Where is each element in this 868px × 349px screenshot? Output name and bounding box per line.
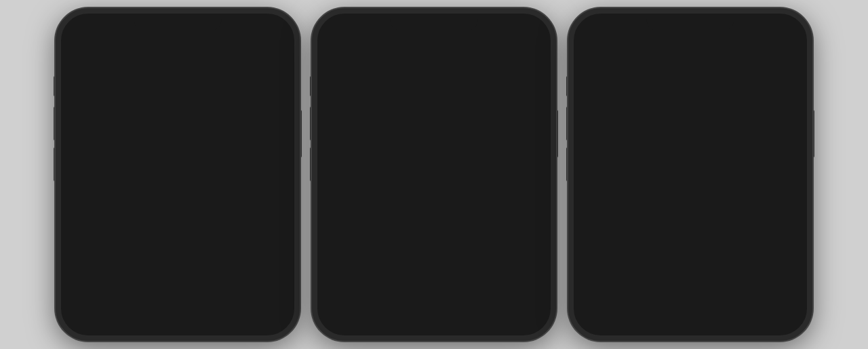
home-icon-2[interactable]: ⌂: [532, 41, 540, 55]
option-label-2: On the ground: [610, 185, 675, 196]
battery-icon: ▮: [275, 24, 279, 32]
home-icon-3[interactable]: ⌂: [789, 41, 796, 55]
bird-item-1: [136, 202, 153, 219]
phone-1-screen: 11:57 •••• ▲ ▮ ‹ Back 3 of 5 ⌂ NORTHAMPT…: [61, 14, 294, 335]
svg-marker-2: [127, 212, 129, 213]
phones-container: 11:57 •••• ▲ ▮ ‹ Back 3 of 5 ⌂ NORTHAMPT…: [0, 0, 868, 349]
progress-2: 4 of 5: [431, 42, 456, 54]
color-label-yellow: Yellow: [496, 206, 517, 215]
option-radio-5[interactable]: [587, 287, 602, 301]
mute-button-3: [566, 76, 568, 96]
option-item-0[interactable]: Eating at a feeder: [585, 104, 796, 139]
question-title-2: What were the main colors?: [328, 84, 540, 100]
color-label-buff: Buff/Brown: [343, 206, 380, 215]
svg-marker-7: [140, 215, 144, 218]
status-icons-3: •••• ▲ ▮: [766, 24, 792, 32]
home-icon-1[interactable]: ⌂: [276, 41, 283, 55]
volume-down-button-2: [310, 147, 312, 181]
color-item-7[interactable]: Blue: [401, 221, 467, 263]
radio-row-1: [72, 226, 283, 251]
option-radio-1[interactable]: [587, 148, 602, 163]
color-label-black: Black: [352, 158, 370, 166]
question-title-1: What size was the bird?: [72, 84, 283, 100]
phone-2-screen: 11:54 •••• ▲ ▮ ‹ Back 4 of 5 ⌂ NORTHAMPT…: [317, 14, 551, 335]
chevron-left-icon-1: ‹: [72, 42, 75, 54]
phone-1: 11:57 •••• ▲ ▮ ‹ Back 3 of 5 ⌂ NORTHAMPT…: [56, 8, 300, 341]
volume-down-button-3: [566, 147, 568, 181]
question-subtitle-2: Select from 1 to 3: [328, 104, 540, 114]
volume-up-button-2: [310, 107, 312, 141]
back-button-3[interactable]: ‹ Back: [585, 42, 610, 54]
color-item-6[interactable]: Olive/Green: [328, 221, 394, 263]
radio-2[interactable]: [157, 230, 172, 245]
color-item-5[interactable]: Yellow: [474, 172, 540, 215]
bird-svg-2: [160, 191, 189, 219]
back-button-2[interactable]: ‹ Back: [328, 42, 354, 54]
color-swatch-blue[interactable]: [410, 221, 458, 253]
option-item-4[interactable]: On a fence or wire: [585, 242, 796, 277]
signal-icon-2: ••••: [510, 24, 519, 32]
phone-3: 11:55 •••• ▲ ▮ ‹ Back 5 of 5 ⌂ NORTHAMPT…: [568, 8, 812, 341]
progress-3: 5 of 5: [687, 42, 713, 54]
signal-icon-3: ••••: [766, 24, 776, 32]
radio-1[interactable]: [130, 230, 144, 245]
svg-marker-6: [151, 208, 153, 210]
color-item-4[interactable]: Red/Rufous: [401, 172, 467, 215]
volume-up-button: [54, 107, 56, 141]
option-radio-2[interactable]: [587, 183, 602, 198]
chevron-left-icon-3: ‹: [585, 42, 588, 54]
status-icons-1: •••• ▲ ▮: [254, 24, 279, 32]
option-radio-3[interactable]: [587, 217, 602, 232]
color-swatch-buff[interactable]: [338, 172, 385, 204]
color-swatch-orange[interactable]: [483, 221, 530, 253]
back-button-1[interactable]: ‹ Back: [72, 42, 98, 54]
option-item-5[interactable]: Soaring or flying: [585, 277, 796, 312]
svg-line-12: [174, 212, 176, 217]
option-radio-4[interactable]: [587, 252, 602, 267]
bird-item-0: [117, 207, 129, 219]
color-item-2[interactable]: White: [474, 124, 540, 166]
progress-1: 3 of 5: [174, 42, 200, 54]
battery-icon-2: ▮: [532, 24, 536, 32]
radio-4[interactable]: [211, 230, 226, 245]
option-item-2[interactable]: On the ground: [585, 173, 796, 208]
status-time-3: 11:55: [589, 23, 611, 33]
color-label-gray: Gray: [426, 158, 442, 166]
status-time-1: 11:57: [76, 23, 98, 33]
color-swatch-red[interactable]: [410, 172, 458, 204]
svg-marker-10: [182, 200, 186, 202]
svg-line-17: [208, 210, 209, 216]
color-swatch-yellow[interactable]: [483, 172, 530, 204]
radio-0[interactable]: [102, 230, 117, 245]
color-swatch-black[interactable]: [338, 124, 385, 155]
color-swatch-white[interactable]: [483, 124, 530, 155]
svg-line-18: [213, 210, 214, 216]
color-swatch-olive[interactable]: [338, 221, 385, 253]
bird-svg-0: [117, 207, 129, 219]
option-radio-0[interactable]: [587, 113, 602, 128]
status-icons-2: •••• ▲ ▮: [510, 24, 536, 32]
radio-3[interactable]: [184, 230, 199, 245]
nav-bar-2: ‹ Back 4 of 5 ⌂: [317, 38, 551, 60]
option-item-3[interactable]: In trees or bushes: [585, 208, 796, 242]
volume-up-button-3: [566, 107, 568, 141]
option-item-1[interactable]: Swimming or wading: [585, 139, 796, 173]
radio-5[interactable]: [238, 230, 253, 245]
color-item-0[interactable]: Black: [328, 124, 394, 166]
color-item-1[interactable]: Gray: [401, 124, 467, 166]
location-text-3: NORTHAMPTON, MA | JUN 8: [585, 63, 683, 71]
battery-icon-3: ▮: [788, 24, 792, 32]
back-label-1: Back: [77, 43, 98, 54]
volume-down-button: [54, 147, 56, 181]
power-button-2: [556, 110, 558, 158]
color-item-3[interactable]: Buff/Brown: [328, 172, 394, 215]
content-3: Was the bird... ? Eating at a feeder Swi…: [574, 74, 807, 321]
color-label-red: Red/Rufous: [414, 206, 454, 215]
wifi-icon: ▲: [266, 24, 273, 32]
color-swatch-gray[interactable]: [410, 124, 458, 155]
location-text-1: NORTHAMPTON, MA | JUN 8: [72, 63, 170, 71]
status-bar-1: 11:57 •••• ▲ ▮: [61, 14, 294, 38]
svg-marker-3: [120, 216, 123, 219]
color-item-8[interactable]: Orange: [474, 221, 540, 263]
back-label-3: Back: [589, 43, 610, 54]
